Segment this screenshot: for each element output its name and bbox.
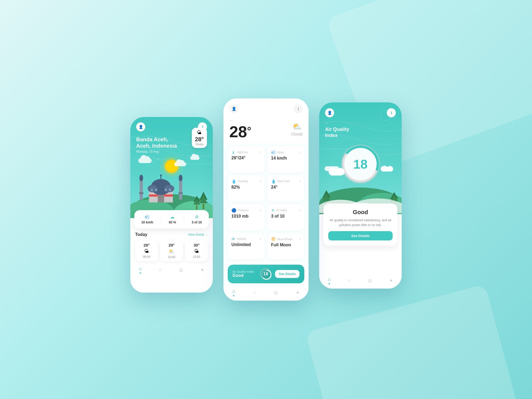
- view-detail-link[interactable]: View Detail →: [188, 233, 208, 236]
- svg-rect-20: [165, 189, 167, 191]
- nav-home-3[interactable]: ⌂: [328, 277, 331, 284]
- badge-condition: Cloudy: [195, 143, 204, 146]
- weather-badge-icon: 🌤: [195, 130, 204, 135]
- forecast-temp-2: 30°: [187, 243, 206, 247]
- wind-icon: 💨: [145, 214, 150, 219]
- weather-badge: 🌤 28° Cloudy: [192, 128, 207, 148]
- forecast-time-0: 08:00: [137, 255, 156, 258]
- aqi-title: Air Quality Index: [319, 125, 402, 142]
- forecast-card-2[interactable]: 30° 🌤 13:00: [185, 240, 208, 261]
- svg-rect-6: [179, 178, 182, 200]
- divider-1: [161, 215, 161, 223]
- profile-icon[interactable]: 👤: [136, 122, 145, 131]
- card-highlow-label: 🌡 High/Low ℹ: [231, 150, 261, 155]
- today-header: Today View Detail →: [135, 232, 208, 237]
- forecast-icon-2: 🌤: [187, 248, 206, 254]
- condition-text: Cloudy: [291, 132, 303, 136]
- aqi-good-label: Good: [328, 209, 393, 216]
- temp-degree: °: [247, 125, 251, 137]
- svg-rect-3: [140, 178, 143, 200]
- nav-settings-2[interactable]: ✦: [296, 290, 300, 296]
- divider-2: [184, 215, 184, 223]
- phone-aqi: 👤 ℹ ← Air Quality Index: [319, 102, 402, 289]
- nav-location[interactable]: ◎: [179, 267, 183, 273]
- info-icon-2[interactable]: ℹ: [294, 104, 303, 113]
- nav-search-2[interactable]: ○: [253, 290, 256, 295]
- nav-active-dot-3: [329, 283, 330, 284]
- uv-val: 3 of 10: [192, 221, 202, 224]
- search-icon: ○: [159, 267, 162, 273]
- info-strip: 💨 10 km/h ☁ 83 % ⚙ 3 of 10: [134, 210, 209, 228]
- see-details-btn-3[interactable]: See Details: [328, 231, 393, 240]
- profile-icon-3[interactable]: 👤: [325, 108, 334, 117]
- humidity-val: 83 %: [169, 221, 176, 224]
- visibility-icon: 👁: [231, 237, 235, 241]
- card-dewpoint-val: 24°: [271, 185, 301, 190]
- svg-rect-21: [169, 189, 171, 191]
- nav-search-3[interactable]: ○: [348, 278, 351, 283]
- badge-temp: 28°: [195, 136, 204, 143]
- uv-info: ⚙ 3 of 10: [192, 214, 202, 224]
- p3-cloud-svg: [324, 165, 345, 177]
- forecast-card-0[interactable]: 28° 🌤 08:00: [135, 240, 158, 261]
- aqi-title-text: Air Quality Index: [325, 126, 396, 139]
- nav-location-3[interactable]: ◎: [368, 278, 372, 284]
- cloud-1: [138, 158, 152, 163]
- card-wind: 💨 Wind ℹ 14 km/h: [267, 146, 304, 173]
- home-icon: ⌂: [139, 266, 142, 272]
- card-visibility-label: 👁 Visibility ℹ: [231, 237, 261, 241]
- settings-icon: ✦: [200, 267, 204, 273]
- nav-active-dot-2: [233, 295, 234, 296]
- forecast-time-1: 10:00: [162, 255, 181, 259]
- aqi-description: Air quality is considered satisfactory, …: [328, 218, 393, 227]
- card-humidity: 💧 Humidity ℹ 82%: [228, 175, 265, 202]
- card-pressure: 🔵 Pressure ℹ 1010 mb: [228, 204, 265, 231]
- tree-right2: [193, 195, 201, 211]
- phone3-header: 👤 ℹ ← Air Quality Index: [319, 102, 402, 214]
- svg-rect-22: [203, 204, 204, 209]
- phone-home: 👤 ℹ Banda Aceh, Aceh, Indonesia Monday, …: [130, 117, 213, 293]
- profile-icon-2[interactable]: 👤: [229, 104, 238, 113]
- settings-icon-3: ✦: [389, 278, 393, 284]
- card-wind-val: 14 km/h: [271, 156, 301, 161]
- location-icon: ◎: [179, 267, 183, 273]
- aqi-num-small: 18: [263, 272, 268, 276]
- nav-settings[interactable]: ✦: [200, 267, 204, 273]
- back-arrow-3[interactable]: ←: [325, 121, 329, 125]
- nav-search[interactable]: ○: [159, 267, 162, 273]
- see-details-button[interactable]: See Details: [275, 270, 300, 278]
- phone1-header: 👤 ℹ Banda Aceh, Aceh, Indonesia Monday, …: [130, 117, 213, 218]
- card-dewpoint: 💧 Dew Point ℹ 24°: [267, 175, 304, 202]
- wind-icon-2: 💨: [271, 150, 276, 155]
- svg-rect-18: [151, 189, 153, 191]
- svg-point-15: [160, 174, 162, 176]
- mosque: [134, 171, 182, 209]
- card-uv-val: 3 of 10: [271, 214, 301, 219]
- aqi-status: Good: [232, 273, 256, 278]
- phone-detail: 👤 ℹ ← 28 ° ⛅ Cloudy: [223, 98, 309, 301]
- condition-cloud-icon: ⛅: [292, 122, 302, 131]
- card-moon-label: 🌕 Moon Phase ℹ: [271, 237, 301, 242]
- moon-icon: 🌕: [271, 237, 276, 242]
- card-pressure-label: 🔵 Pressure ℹ: [231, 208, 261, 213]
- info-icon-3[interactable]: ℹ: [387, 108, 396, 117]
- aqi-strip: Air Quality Index Good 18 See Details: [228, 265, 304, 283]
- aqi-info-card: Good Air quality is considered satisfact…: [323, 203, 397, 246]
- nav-settings-3[interactable]: ✦: [389, 278, 393, 284]
- nav-location-2[interactable]: ◎: [274, 290, 278, 296]
- date-text: Monday, 15 Aug: [136, 150, 207, 153]
- humidity-icon-2: 💧: [231, 179, 236, 184]
- forecast-row: 28° 🌤 08:00 29° ⛅ 10:00 30° 🌤 13:00: [135, 240, 208, 261]
- humidity-icon: ☁: [170, 214, 174, 219]
- card-highlow: 🌡 High/Low ℹ 28°/24°: [228, 146, 265, 173]
- card-visibility-val: Unlimited: [231, 242, 261, 247]
- svg-point-7: [179, 175, 182, 181]
- forecast-card-1[interactable]: 29° ⛅ 10:00: [160, 240, 183, 261]
- svg-point-38: [336, 168, 344, 175]
- location-icon-2: ◎: [274, 290, 278, 296]
- cloud-3: [174, 162, 186, 166]
- bottom-nav-2: ⌂ ○ ◎ ✦: [223, 286, 309, 301]
- back-arrow-2[interactable]: ←: [229, 118, 251, 123]
- nav-home[interactable]: ⌂: [139, 266, 142, 274]
- nav-home-2[interactable]: ⌂: [232, 289, 235, 296]
